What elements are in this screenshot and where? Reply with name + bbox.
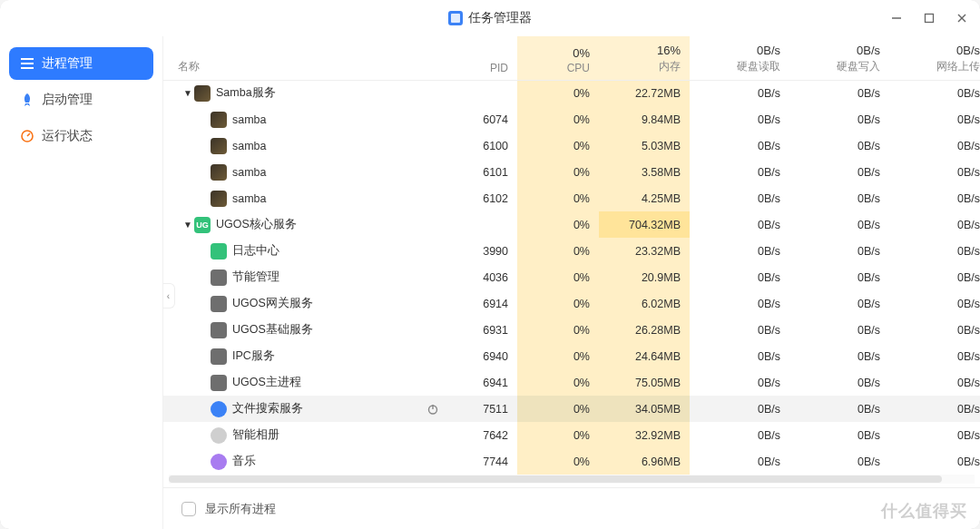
cell-write: 0B/s [789,448,889,475]
cell-pid: 6931 [454,317,517,343]
col-header-pid[interactable]: PID [454,36,517,80]
cell-write: 0B/s [789,159,889,185]
cell-read: 0B/s [690,317,789,343]
cell-up: 0B/s [889,290,980,317]
cell-pid: 7511 [454,396,517,422]
search-icon [211,401,227,417]
svg-rect-7 [21,67,34,69]
samba-icon [211,112,227,128]
process-name: UGOS核心服务 [216,217,297,232]
cell-mem: 6.96MB [599,448,690,475]
col-header-up[interactable]: 0B/s 网络上传 [889,36,980,80]
up-total: 0B/s [898,44,980,57]
cell-mem: 4.25MB [599,185,690,211]
cell-write: 0B/s [789,106,889,132]
cell-pid: 3990 [454,238,517,264]
cell-write: 0B/s [789,290,889,317]
col-header-read[interactable]: 0B/s 硬盘读取 [690,36,789,80]
cell-read: 0B/s [690,369,789,396]
expand-caret-icon[interactable]: ▼ [181,88,194,98]
cell-pid: 6101 [454,159,517,185]
table-row[interactable]: UGOS网关服务69140%6.02MB0B/s0B/s0B/s [163,290,980,317]
table-row[interactable]: 智能相册76420%32.92MB0B/s0B/s0B/s [163,422,980,448]
table-row[interactable]: samba60740%9.84MB0B/s0B/s0B/s [163,106,980,132]
svg-rect-5 [21,58,34,60]
table-row[interactable]: samba61010%3.58MB0B/s0B/s0B/s [163,159,980,185]
process-name: samba [232,140,267,152]
power-icon[interactable] [425,401,441,417]
cell-cpu: 0% [517,343,599,369]
expand-caret-icon[interactable]: ▼ [181,220,194,230]
cell-cpu: 0% [517,80,599,106]
album-icon [211,427,227,444]
ipc-icon [211,348,227,365]
cell-mem: 3.58MB [599,159,690,185]
maximize-button[interactable] [920,9,938,27]
cell-cpu: 0% [517,211,599,238]
cell-up: 0B/s [889,211,980,238]
table-row[interactable]: samba61020%4.25MB0B/s0B/s0B/s [163,185,980,211]
table-row[interactable]: 节能管理40360%20.9MB0B/s0B/s0B/s [163,264,980,290]
cell-read: 0B/s [690,448,789,475]
cell-pid: 4036 [454,264,517,290]
col-header-name[interactable]: 名称 [163,36,454,80]
cell-read: 0B/s [690,185,789,211]
process-name: 音乐 [232,454,256,469]
scrollbar-thumb[interactable] [169,475,942,483]
cell-pid: 7744 [454,448,517,475]
cell-cpu: 0% [517,238,599,264]
svg-rect-6 [21,63,34,64]
col-header-write[interactable]: 0B/s 硬盘写入 [789,36,889,80]
cell-mem: 9.84MB [599,106,690,132]
cell-cpu: 0% [517,159,599,185]
window-title-text: 任务管理器 [468,10,532,26]
process-name: samba [232,113,267,126]
cell-mem: 704.32MB [599,211,690,238]
table-row[interactable]: 日志中心39900%23.32MB0B/s0B/s0B/s [163,238,980,264]
cell-pid: 6100 [454,132,517,159]
close-button[interactable] [953,9,971,27]
sidebar-collapse-handle[interactable]: ‹ [163,283,175,309]
mem-total: 16% [608,44,681,57]
cpu-total: 0% [526,46,590,60]
table-row[interactable]: UGOS基础服务69310%26.28MB0B/s0B/s0B/s [163,317,980,343]
ugos-icon: UG [194,217,211,233]
table-row[interactable]: ▼UGUGOS核心服务0%704.32MB0B/s0B/s0B/s [163,211,980,238]
table-row[interactable]: ▼Samba服务0%22.72MB0B/s0B/s0B/s [163,80,980,106]
cell-pid: 6102 [454,185,517,211]
table-row[interactable]: 音乐77440%6.96MB0B/s0B/s0B/s [163,448,980,475]
cell-read: 0B/s [690,343,789,369]
cell-read: 0B/s [690,106,789,132]
process-name: samba [232,192,267,205]
gw-icon [211,296,227,312]
cell-up: 0B/s [889,159,980,185]
cell-pid [454,211,517,238]
cell-write: 0B/s [789,264,889,290]
cell-up: 0B/s [889,396,980,422]
window-title: 任务管理器 [448,10,532,26]
cell-mem: 5.03MB [599,132,690,159]
cell-cpu: 0% [517,290,599,317]
samba-icon [194,85,211,102]
col-header-mem[interactable]: 16% 内存 [599,36,690,80]
col-header-cpu[interactable]: 0% CPU [517,36,599,80]
titlebar: 任务管理器 [0,0,980,36]
table-row[interactable]: IPC服务69400%24.64MB0B/s0B/s0B/s [163,343,980,369]
minimize-button[interactable] [887,9,906,27]
cell-up: 0B/s [889,317,980,343]
samba-icon [211,138,227,154]
process-name: IPC服务 [232,348,275,364]
show-all-checkbox[interactable] [181,502,196,516]
table-row[interactable]: samba61000%5.03MB0B/s0B/s0B/s [163,132,980,159]
cell-cpu: 0% [517,422,599,448]
table-row[interactable]: UGOS主进程69410%75.05MB0B/s0B/s0B/s [163,369,980,396]
table-row[interactable]: 文件搜索服务75110%34.05MB0B/s0B/s0B/s [163,396,980,422]
sidebar-item-status[interactable]: 运行状态 [9,120,153,152]
horizontal-scrollbar[interactable] [169,475,975,484]
sidebar-item-startup[interactable]: 启动管理 [9,83,153,116]
sidebar-item-processes[interactable]: 进程管理 [9,47,153,80]
cell-pid [454,80,517,106]
cell-mem: 23.32MB [599,238,690,264]
log-icon [211,243,227,260]
cell-cpu: 0% [517,317,599,343]
